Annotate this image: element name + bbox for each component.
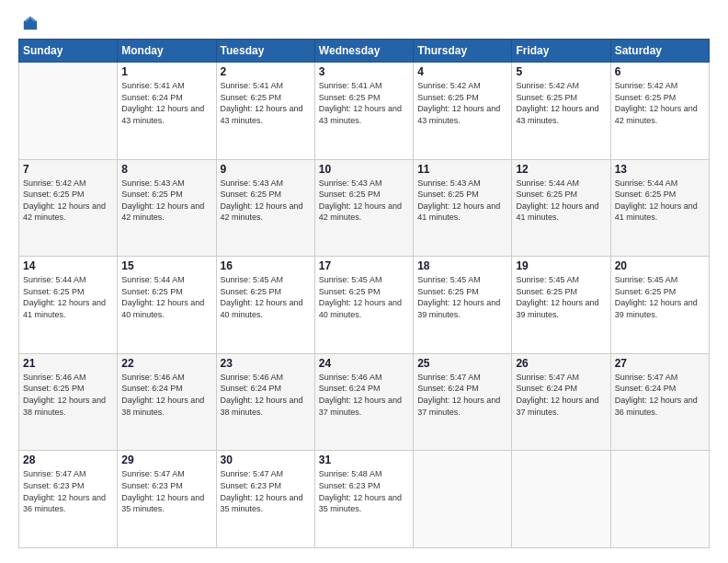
calendar-cell: 13Sunrise: 5:44 AMSunset: 6:25 PMDayligh… [610, 159, 709, 257]
day-info: Sunrise: 5:46 AMSunset: 6:24 PMDaylight:… [121, 372, 211, 418]
weekday-header-tuesday: Tuesday [216, 40, 314, 63]
day-info: Sunrise: 5:45 AMSunset: 6:25 PMDaylight:… [417, 274, 507, 320]
day-number: 4 [417, 65, 507, 78]
logo [18, 15, 39, 31]
day-number: 10 [319, 163, 409, 176]
day-number: 30 [221, 454, 311, 466]
calendar-cell: 26Sunrise: 5:47 AMSunset: 6:24 PMDayligh… [512, 353, 610, 451]
day-info: Sunrise: 5:47 AMSunset: 6:24 PMDaylight:… [615, 372, 705, 418]
day-info: Sunrise: 5:45 AMSunset: 6:25 PMDaylight:… [615, 274, 705, 320]
weekday-header-wednesday: Wednesday [314, 40, 413, 63]
day-number: 28 [23, 454, 113, 466]
calendar-cell: 12Sunrise: 5:44 AMSunset: 6:25 PMDayligh… [512, 159, 610, 257]
weekday-header-sunday: Sunday [19, 40, 118, 63]
day-number: 9 [221, 163, 311, 176]
day-info: Sunrise: 5:41 AMSunset: 6:25 PMDaylight:… [319, 80, 409, 126]
day-number: 15 [121, 259, 211, 272]
weekday-header-row: SundayMondayTuesdayWednesdayThursdayFrid… [19, 40, 710, 63]
day-number: 5 [516, 65, 606, 78]
week-row-3: 14Sunrise: 5:44 AMSunset: 6:25 PMDayligh… [19, 257, 710, 354]
day-info: Sunrise: 5:46 AMSunset: 6:24 PMDaylight:… [319, 372, 409, 418]
calendar-cell: 28Sunrise: 5:47 AMSunset: 6:23 PMDayligh… [19, 451, 118, 548]
calendar-cell [19, 63, 118, 160]
weekday-header-saturday: Saturday [610, 40, 709, 63]
day-number: 11 [417, 163, 507, 176]
day-number: 18 [417, 259, 507, 272]
day-number: 21 [23, 357, 113, 370]
calendar-cell: 16Sunrise: 5:45 AMSunset: 6:25 PMDayligh… [216, 257, 314, 354]
day-number: 13 [615, 163, 705, 176]
day-info: Sunrise: 5:45 AMSunset: 6:25 PMDaylight:… [319, 274, 409, 320]
day-number: 20 [615, 259, 705, 272]
calendar-cell: 7Sunrise: 5:42 AMSunset: 6:25 PMDaylight… [19, 159, 118, 257]
calendar-cell [414, 451, 512, 548]
calendar-cell: 10Sunrise: 5:43 AMSunset: 6:25 PMDayligh… [314, 159, 413, 257]
day-number: 24 [319, 357, 409, 370]
calendar-cell: 6Sunrise: 5:42 AMSunset: 6:25 PMDaylight… [610, 63, 709, 160]
day-info: Sunrise: 5:43 AMSunset: 6:25 PMDaylight:… [221, 178, 311, 224]
calendar-cell: 20Sunrise: 5:45 AMSunset: 6:25 PMDayligh… [610, 257, 709, 354]
calendar-cell: 2Sunrise: 5:41 AMSunset: 6:25 PMDaylight… [216, 63, 314, 160]
day-number: 17 [319, 259, 409, 272]
day-number: 25 [417, 357, 507, 370]
day-info: Sunrise: 5:45 AMSunset: 6:25 PMDaylight:… [516, 274, 606, 320]
day-number: 3 [319, 65, 409, 78]
calendar-cell: 9Sunrise: 5:43 AMSunset: 6:25 PMDaylight… [216, 159, 314, 257]
day-info: Sunrise: 5:43 AMSunset: 6:25 PMDaylight:… [121, 178, 211, 224]
day-info: Sunrise: 5:47 AMSunset: 6:23 PMDaylight:… [23, 468, 113, 514]
calendar-cell: 24Sunrise: 5:46 AMSunset: 6:24 PMDayligh… [314, 353, 413, 451]
calendar-cell: 29Sunrise: 5:47 AMSunset: 6:23 PMDayligh… [118, 451, 216, 548]
day-number: 12 [516, 163, 606, 176]
calendar-cell [610, 451, 709, 548]
day-info: Sunrise: 5:47 AMSunset: 6:23 PMDaylight:… [221, 468, 311, 514]
week-row-2: 7Sunrise: 5:42 AMSunset: 6:25 PMDaylight… [19, 159, 710, 257]
day-info: Sunrise: 5:46 AMSunset: 6:24 PMDaylight:… [221, 372, 311, 418]
calendar-cell: 22Sunrise: 5:46 AMSunset: 6:24 PMDayligh… [118, 353, 216, 451]
day-info: Sunrise: 5:44 AMSunset: 6:25 PMDaylight:… [516, 178, 606, 224]
calendar-table: SundayMondayTuesdayWednesdayThursdayFrid… [18, 39, 710, 548]
calendar-cell: 4Sunrise: 5:42 AMSunset: 6:25 PMDaylight… [414, 63, 512, 160]
calendar-cell: 18Sunrise: 5:45 AMSunset: 6:25 PMDayligh… [414, 257, 512, 354]
day-info: Sunrise: 5:43 AMSunset: 6:25 PMDaylight:… [319, 178, 409, 224]
weekday-header-friday: Friday [512, 40, 610, 63]
day-number: 16 [221, 259, 311, 272]
calendar-cell: 8Sunrise: 5:43 AMSunset: 6:25 PMDaylight… [118, 159, 216, 257]
day-number: 14 [23, 259, 113, 272]
calendar-cell: 23Sunrise: 5:46 AMSunset: 6:24 PMDayligh… [216, 353, 314, 451]
svg-marker-0 [24, 17, 37, 29]
calendar-cell: 15Sunrise: 5:44 AMSunset: 6:25 PMDayligh… [118, 257, 216, 354]
logo-icon [22, 15, 39, 31]
weekday-header-thursday: Thursday [414, 40, 512, 63]
day-number: 19 [516, 259, 606, 272]
week-row-5: 28Sunrise: 5:47 AMSunset: 6:23 PMDayligh… [19, 451, 710, 548]
day-number: 31 [319, 454, 409, 466]
calendar-cell: 11Sunrise: 5:43 AMSunset: 6:25 PMDayligh… [414, 159, 512, 257]
week-row-1: 1Sunrise: 5:41 AMSunset: 6:24 PMDaylight… [19, 63, 710, 160]
day-info: Sunrise: 5:46 AMSunset: 6:25 PMDaylight:… [23, 372, 113, 418]
day-info: Sunrise: 5:44 AMSunset: 6:25 PMDaylight:… [23, 274, 113, 320]
weekday-header-monday: Monday [118, 40, 216, 63]
day-number: 27 [615, 357, 705, 370]
day-info: Sunrise: 5:42 AMSunset: 6:25 PMDaylight:… [615, 80, 705, 126]
calendar-cell: 14Sunrise: 5:44 AMSunset: 6:25 PMDayligh… [19, 257, 118, 354]
day-info: Sunrise: 5:45 AMSunset: 6:25 PMDaylight:… [221, 274, 311, 320]
week-row-4: 21Sunrise: 5:46 AMSunset: 6:25 PMDayligh… [19, 353, 710, 451]
calendar-cell [512, 451, 610, 548]
day-number: 8 [121, 163, 211, 176]
day-number: 22 [121, 357, 211, 370]
calendar-cell: 19Sunrise: 5:45 AMSunset: 6:25 PMDayligh… [512, 257, 610, 354]
day-number: 1 [121, 65, 211, 78]
day-info: Sunrise: 5:41 AMSunset: 6:25 PMDaylight:… [221, 80, 311, 126]
day-info: Sunrise: 5:47 AMSunset: 6:24 PMDaylight:… [417, 372, 507, 418]
day-number: 7 [23, 163, 113, 176]
day-info: Sunrise: 5:43 AMSunset: 6:25 PMDaylight:… [417, 178, 507, 224]
day-info: Sunrise: 5:48 AMSunset: 6:23 PMDaylight:… [319, 468, 409, 514]
calendar-cell: 27Sunrise: 5:47 AMSunset: 6:24 PMDayligh… [610, 353, 709, 451]
header [18, 15, 710, 31]
calendar-cell: 17Sunrise: 5:45 AMSunset: 6:25 PMDayligh… [314, 257, 413, 354]
day-number: 6 [615, 65, 705, 78]
calendar-cell: 5Sunrise: 5:42 AMSunset: 6:25 PMDaylight… [512, 63, 610, 160]
day-info: Sunrise: 5:44 AMSunset: 6:25 PMDaylight:… [615, 178, 705, 224]
day-info: Sunrise: 5:42 AMSunset: 6:25 PMDaylight:… [23, 178, 113, 224]
day-info: Sunrise: 5:47 AMSunset: 6:24 PMDaylight:… [516, 372, 606, 418]
